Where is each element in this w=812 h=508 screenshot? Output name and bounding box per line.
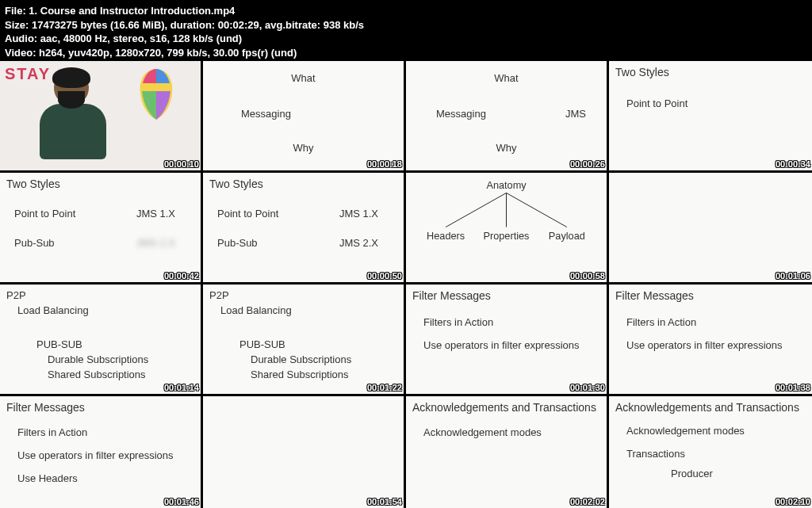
- anatomy-leaf: Properties: [484, 230, 530, 242]
- video-line: Video: h264, yuv420p, 1280x720, 799 kb/s…: [5, 46, 807, 60]
- svg-line-0: [446, 193, 506, 227]
- timestamp: 00:00:10: [164, 159, 199, 169]
- timestamp: 00:01:06: [776, 271, 810, 281]
- thumb-9: P2P Load Balancing PUB-SUB Durable Subsc…: [0, 285, 203, 396]
- thumb-5: Two Styles Point to Point JMS 1.X Pub-Su…: [0, 173, 203, 285]
- line: Filters in Action: [17, 426, 194, 438]
- thumb-15: Acknowledgements and Transactions Acknow…: [406, 396, 609, 508]
- timestamp: 00:02:10: [776, 497, 810, 506]
- thumbnail-grid: STAY 00:00:10 What Messaging Why 00:00:1…: [0, 61, 812, 508]
- line: Pub-Sub: [14, 237, 55, 249]
- line: Point to Point: [217, 208, 278, 220]
- line: Transactions: [626, 448, 806, 460]
- thumb-8: 00:01:06: [609, 173, 812, 285]
- line: Point to Point: [626, 97, 806, 109]
- line: Use operators in filter expressions: [17, 449, 194, 461]
- timestamp: 00:02:02: [570, 497, 605, 506]
- portrait-art: [131, 64, 182, 136]
- line: P2P: [6, 289, 194, 301]
- line: JMS 1.X: [339, 208, 378, 220]
- timestamp: 00:00:18: [367, 159, 402, 169]
- line: Use operators in filter expressions: [423, 339, 600, 351]
- anatomy-root: Anatomy: [486, 179, 527, 191]
- svg-line-2: [507, 193, 567, 227]
- anatomy-leaf: Payload: [549, 230, 585, 242]
- thumb-6: Two Styles Point to Point JMS 1.X Pub-Su…: [203, 173, 406, 285]
- line: Use operators in filter expressions: [626, 339, 806, 351]
- line: Load Balancing: [17, 304, 194, 316]
- line-blurred: JMS 2.X: [136, 237, 175, 249]
- thumb-7: Anatomy Headers Properties Payload 00:00…: [406, 173, 609, 285]
- thumb-13: Filter Messages Filters in Action Use op…: [0, 396, 203, 508]
- line: Load Balancing: [220, 304, 397, 316]
- line: Shared Subscriptions: [251, 369, 397, 380]
- slide-title: Two Styles: [615, 66, 806, 78]
- line: Shared Subscriptions: [48, 369, 194, 380]
- audio-line: Audio: aac, 48000 Hz, stereo, s16, 128 k…: [5, 32, 807, 46]
- timestamp: 00:00:58: [570, 271, 605, 281]
- line: Pub-Sub: [217, 237, 258, 249]
- line: Messaging: [436, 108, 486, 120]
- anatomy-leaf: Headers: [427, 230, 465, 242]
- thumb-12: Filter Messages Filters in Action Use op…: [609, 285, 812, 396]
- timestamp: 00:01:22: [367, 383, 402, 392]
- line: JMS 2.X: [339, 237, 378, 249]
- slide-title: Filter Messages: [412, 289, 600, 302]
- line: Filters in Action: [626, 316, 806, 328]
- file-line: File: 1. Course and Instructor Introduct…: [5, 4, 807, 18]
- thumb-4: Two Styles Point to Point 00:00:34: [609, 61, 812, 173]
- slide-title: Acknowledgements and Transactions: [615, 401, 806, 414]
- poster-bg: STAY: [0, 61, 201, 170]
- line: PUB-SUB: [239, 338, 397, 350]
- line: Point to Point: [14, 208, 75, 220]
- line: Messaging: [241, 108, 397, 120]
- slide-title: Two Styles: [6, 178, 194, 190]
- line: JMS: [565, 108, 586, 120]
- line: Durable Subscriptions: [251, 353, 397, 365]
- slide-title: Filter Messages: [6, 401, 194, 414]
- timestamp: 00:00:26: [570, 159, 605, 169]
- timestamp: 00:01:54: [367, 497, 402, 506]
- line: Why: [412, 142, 600, 154]
- line: P2P: [209, 289, 397, 301]
- anatomy-diagram: Anatomy Headers Properties Payload: [406, 173, 607, 282]
- thumb-14: 00:01:54: [203, 396, 406, 508]
- line: What: [209, 72, 397, 84]
- slide-title: Acknowledgements and Transactions: [412, 401, 600, 414]
- media-info-header: File: 1. Course and Instructor Introduct…: [0, 0, 812, 61]
- timestamp: 00:01:46: [164, 497, 199, 506]
- timestamp: 00:00:34: [776, 159, 810, 169]
- slide-title: Two Styles: [209, 178, 397, 190]
- line: Filters in Action: [423, 316, 600, 328]
- line: Why: [209, 142, 397, 154]
- line: Acknowledgement modes: [626, 425, 806, 437]
- timestamp: 00:01:14: [164, 383, 199, 392]
- line: Use Headers: [17, 472, 194, 484]
- slide-title: Filter Messages: [615, 289, 806, 302]
- thumb-3: What Messaging JMS Why 00:00:26: [406, 61, 609, 173]
- thumb-2: What Messaging Why 00:00:18: [203, 61, 406, 173]
- timestamp: 00:00:42: [164, 271, 199, 281]
- line: JMS 1.X: [136, 208, 175, 220]
- timestamp: 00:01:38: [776, 383, 810, 392]
- thumb-10: P2P Load Balancing PUB-SUB Durable Subsc…: [203, 285, 406, 396]
- thumb-16: Acknowledgements and Transactions Acknow…: [609, 396, 812, 508]
- speaker-figure: [40, 71, 103, 170]
- timestamp: 00:00:50: [367, 271, 402, 281]
- line: Producer: [671, 468, 806, 479]
- line: Durable Subscriptions: [48, 353, 194, 365]
- timestamp: 00:01:30: [570, 383, 605, 392]
- line: PUB-SUB: [36, 338, 194, 350]
- line: Acknowledgement modes: [423, 426, 600, 438]
- thumb-1: STAY 00:00:10: [0, 61, 203, 173]
- thumb-11: Filter Messages Filters in Action Use op…: [406, 285, 609, 396]
- line: What: [412, 72, 600, 84]
- size-line: Size: 17473275 bytes (16.66 MiB), durati…: [5, 18, 807, 32]
